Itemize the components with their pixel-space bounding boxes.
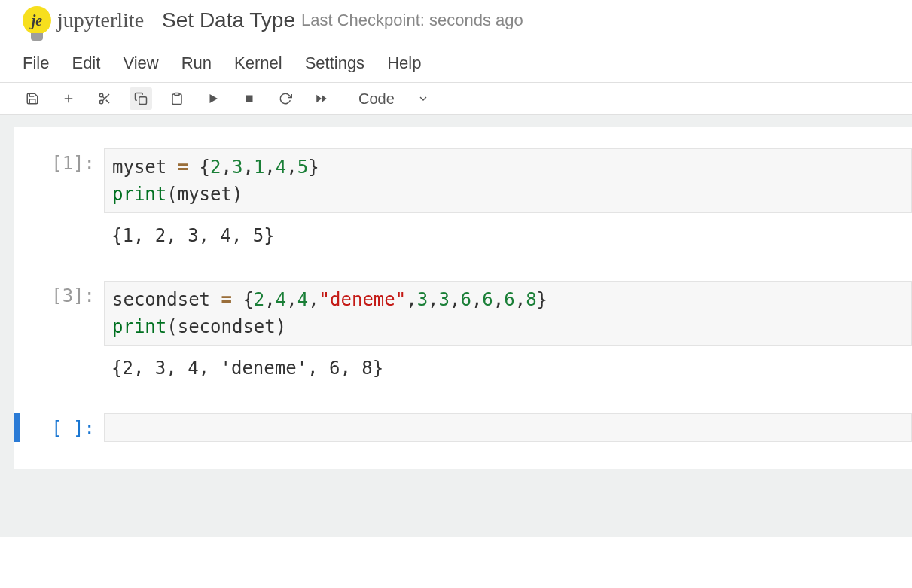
svg-marker-12 [322,95,327,103]
cell-type-label: Code [358,90,395,108]
menu-settings[interactable]: Settings [305,53,365,73]
menu-help[interactable]: Help [387,53,421,73]
menubar: File Edit View Run Kernel Settings Help [0,44,912,83]
svg-point-3 [99,100,103,104]
checkpoint-text: Last Checkpoint: seconds ago [301,11,523,30]
logo-glyph: je [32,12,42,29]
header: je jupyterlite Set Data Type Last Checkp… [0,0,912,44]
fast-forward-icon[interactable] [310,87,333,110]
notebook: [1]:myset = {2,3,1,4,5} print(myset)[1]:… [14,127,912,469]
code-input[interactable]: secondset = {2,4,4,"deneme",3,3,6,6,6,8}… [104,281,912,346]
svg-line-6 [102,96,105,99]
cell-prompt: [3]: [23,281,104,306]
copy-icon[interactable] [130,87,152,110]
svg-rect-8 [175,93,179,96]
menu-view[interactable]: View [123,53,158,73]
svg-marker-11 [316,95,322,103]
menu-kernel[interactable]: Kernel [234,53,282,73]
cell-selection-bar [14,281,20,346]
notebook-title[interactable]: Set Data Type [162,8,295,32]
logo-text: jupyterlite [57,8,144,32]
cell-selection-bar [14,413,20,442]
notebook-area: [1]:myset = {2,3,1,4,5} print(myset)[1]:… [0,115,912,537]
code-input[interactable]: myset = {2,3,1,4,5} print(myset) [104,148,912,213]
svg-marker-9 [210,94,218,103]
run-icon[interactable] [202,87,224,110]
stop-icon[interactable] [238,87,261,110]
code-input[interactable] [104,413,912,442]
logo: je jupyterlite [23,6,144,35]
cell-output: {2, 3, 4, 'deneme', 6, 8} [104,350,391,391]
paste-icon[interactable] [166,87,188,110]
svg-line-5 [106,100,109,103]
svg-rect-10 [246,96,253,102]
menu-run[interactable]: Run [181,53,212,73]
add-cell-icon[interactable] [57,87,80,110]
svg-rect-7 [139,97,147,105]
cell-type-select[interactable]: Code [358,90,429,108]
code-cell[interactable]: [3]:secondset = {2,4,4,"deneme",3,3,6,6,… [14,281,912,346]
code-cell[interactable]: [1]:myset = {2,3,1,4,5} print(myset) [14,148,912,213]
save-icon[interactable] [21,87,44,110]
output-row: [1]:{1, 2, 3, 4, 5} [14,218,912,258]
chevron-down-icon [417,93,429,105]
logo-bulb-icon: je [23,6,51,35]
cell-prompt: [ ]: [23,413,104,439]
menu-edit[interactable]: Edit [72,53,100,73]
cut-icon[interactable] [93,87,116,110]
cell-output: {1, 2, 3, 4, 5} [104,218,282,258]
svg-point-2 [99,93,103,97]
cell-prompt: [1]: [23,148,104,174]
menu-file[interactable]: File [23,53,49,73]
restart-icon[interactable] [274,87,297,110]
code-cell[interactable]: [ ]: [14,413,912,442]
cell-selection-bar [14,148,20,213]
output-row: [3]:{2, 3, 4, 'deneme', 6, 8} [14,350,912,391]
toolbar: Code [0,83,912,115]
